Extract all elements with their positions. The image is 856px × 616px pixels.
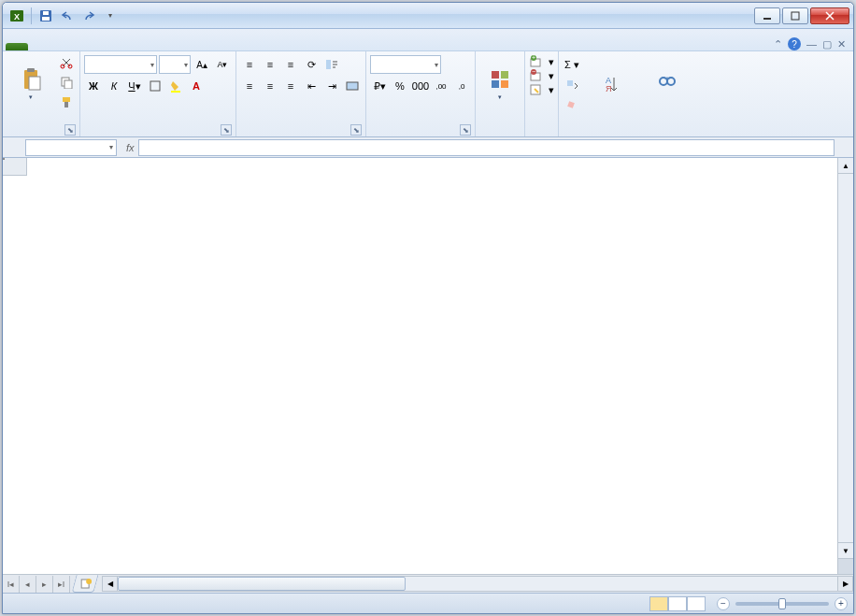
align-bottom-icon[interactable]: ≡ (281, 55, 300, 74)
paste-button[interactable]: ▾ (7, 53, 55, 117)
scroll-up-icon[interactable]: ▲ (838, 158, 853, 174)
vertical-scrollbar[interactable]: ▲ ▼ (837, 158, 853, 574)
font-color-icon[interactable]: A (187, 77, 206, 95)
number-format-combo[interactable] (370, 55, 441, 74)
sheet-nav-prev-icon[interactable]: ◂ (20, 576, 36, 593)
find-select-button[interactable] (641, 53, 693, 117)
embedded-chart[interactable] (3, 158, 5, 160)
svg-rect-18 (326, 60, 331, 69)
sheet-nav-last-icon[interactable]: ▸I (53, 576, 70, 593)
close-button[interactable] (810, 7, 849, 24)
svg-rect-31 (567, 80, 573, 86)
font-size-combo[interactable] (159, 55, 191, 74)
scroll-right-icon[interactable]: ▶ (837, 576, 853, 592)
sheet-nav-first-icon[interactable]: I◂ (3, 576, 20, 593)
fill-icon[interactable] (563, 75, 581, 93)
comma-icon[interactable]: 000 (411, 77, 430, 95)
border-icon[interactable] (146, 77, 164, 95)
quick-access-toolbar: X ▾ (3, 7, 120, 25)
file-tab[interactable] (6, 43, 28, 50)
insert-cells-button[interactable]: + ▾ (529, 55, 554, 68)
workbook-minimize-icon[interactable]: — (806, 38, 817, 50)
autosum-icon[interactable]: Σ ▾ (563, 55, 581, 74)
svg-rect-13 (64, 80, 72, 89)
increase-font-icon[interactable]: A▴ (193, 55, 211, 74)
formula-input[interactable] (138, 139, 835, 156)
formula-bar: fx (3, 137, 853, 158)
styles-icon (490, 69, 510, 90)
find-icon (657, 74, 678, 94)
scroll-down-icon[interactable]: ▼ (838, 542, 853, 558)
cut-icon[interactable] (57, 53, 76, 72)
zoom-slider[interactable] (735, 602, 829, 606)
wrap-text-icon[interactable] (322, 55, 341, 74)
zoom-out-button[interactable]: − (717, 597, 730, 610)
font-launcher-icon[interactable]: ⬊ (221, 124, 232, 136)
clear-icon[interactable] (563, 94, 581, 113)
sheet-nav-next-icon[interactable]: ▸ (36, 576, 53, 593)
minimize-ribbon-icon[interactable]: ⌃ (774, 38, 782, 50)
copy-icon[interactable] (57, 73, 76, 92)
window-controls (754, 7, 849, 24)
decrease-font-icon[interactable]: A▾ (213, 55, 232, 74)
undo-icon[interactable] (58, 7, 77, 25)
group-clipboard: ▾ ⬊ (3, 51, 80, 136)
delete-cells-button[interactable]: − ▾ (529, 69, 554, 82)
qat-dropdown-icon[interactable]: ▾ (101, 7, 120, 25)
bold-icon[interactable]: Ж (84, 77, 103, 95)
decrease-decimal-icon[interactable]: ,0 (452, 77, 471, 95)
align-right-icon[interactable]: ≡ (281, 77, 300, 95)
fx-icon[interactable]: fx (126, 142, 135, 153)
format-cells-button[interactable]: ▾ (529, 83, 554, 96)
font-name-combo[interactable] (84, 55, 157, 74)
workbook-close-icon[interactable]: ✕ (837, 38, 846, 50)
align-center-icon[interactable]: ≡ (261, 77, 279, 95)
app-window: X ▾ ⌃ ? — ▢ ✕ (2, 2, 854, 614)
svg-rect-14 (63, 97, 70, 102)
group-alignment: ≡ ≡ ≡ ⟳ ≡ ≡ ≡ ⇤ ⇥ ⬊ (236, 51, 366, 136)
currency-icon[interactable]: ₽▾ (370, 77, 389, 95)
italic-icon[interactable]: К (105, 77, 123, 95)
svg-rect-21 (501, 71, 508, 79)
scroll-left-icon[interactable]: ◀ (102, 576, 118, 592)
decrease-indent-icon[interactable]: ⇤ (302, 77, 321, 95)
increase-indent-icon[interactable]: ⇥ (322, 77, 341, 95)
format-painter-icon[interactable] (57, 93, 76, 111)
align-top-icon[interactable]: ≡ (240, 55, 259, 74)
increase-decimal-icon[interactable]: ,00 (432, 77, 450, 95)
sort-filter-button[interactable]: AЯ (583, 53, 639, 117)
workbook-restore-icon[interactable]: ▢ (822, 38, 832, 50)
select-all-corner[interactable] (3, 158, 27, 176)
excel-icon[interactable]: X (7, 7, 26, 25)
page-layout-view-button[interactable] (668, 596, 687, 611)
orientation-icon[interactable]: ⟳ (302, 55, 321, 74)
group-number: ₽▾ % 000 ,00 ,0 ⬊ (366, 51, 476, 136)
zoom-in-button[interactable]: + (835, 597, 848, 610)
sheet-tab-bar: I◂ ◂ ▸ ▸I ◀ ▶ (3, 574, 853, 593)
svg-point-38 (86, 579, 92, 584)
alignment-launcher-icon[interactable]: ⬊ (350, 124, 362, 136)
group-editing: Σ ▾ AЯ (559, 51, 697, 136)
redo-icon[interactable] (79, 7, 98, 25)
fill-color-icon[interactable] (166, 77, 185, 95)
maximize-button[interactable] (782, 7, 808, 24)
horizontal-scrollbar[interactable] (118, 576, 837, 592)
merge-icon[interactable] (343, 77, 362, 95)
clipboard-launcher-icon[interactable]: ⬊ (64, 124, 76, 136)
page-break-view-button[interactable] (687, 596, 706, 611)
number-launcher-icon[interactable]: ⬊ (460, 124, 471, 136)
svg-rect-3 (42, 17, 50, 21)
group-cells: + ▾ − ▾ ▾ (525, 51, 559, 136)
minimize-button[interactable] (754, 7, 780, 24)
styles-button[interactable]: ▾ (479, 53, 521, 117)
name-box[interactable] (25, 139, 117, 156)
align-middle-icon[interactable]: ≡ (261, 55, 279, 74)
align-left-icon[interactable]: ≡ (240, 77, 259, 95)
percent-icon[interactable]: % (391, 77, 409, 95)
normal-view-button[interactable] (649, 596, 668, 611)
underline-icon[interactable]: Ч▾ (125, 77, 144, 95)
help-icon[interactable]: ? (788, 37, 801, 50)
new-sheet-tab[interactable] (71, 575, 98, 593)
save-icon[interactable] (36, 7, 55, 25)
worksheet-area[interactable]: ▲ ▼ (3, 158, 853, 574)
